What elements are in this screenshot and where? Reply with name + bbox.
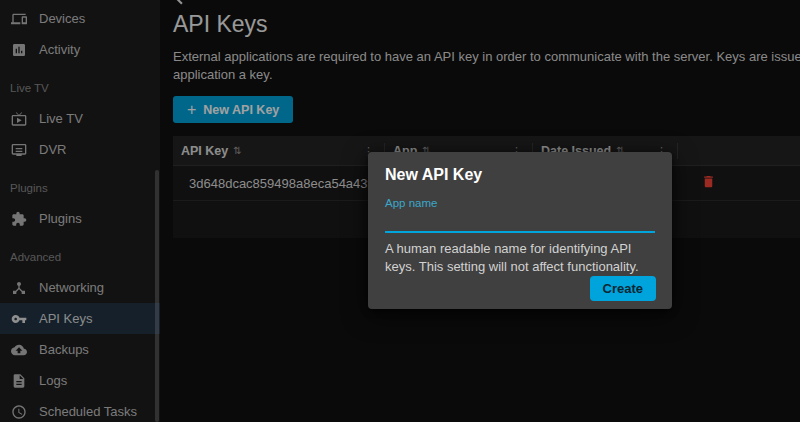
dialog-title: New API Key bbox=[385, 166, 655, 184]
app-name-helper-text: A human readable name for identifying AP… bbox=[385, 240, 655, 276]
dialog-footer: Create bbox=[590, 276, 656, 301]
new-api-key-dialog: New API Key App name A human readable na… bbox=[368, 152, 672, 309]
app-name-label: App name bbox=[385, 197, 655, 209]
create-button[interactable]: Create bbox=[590, 276, 656, 301]
app-name-input[interactable] bbox=[385, 210, 655, 233]
